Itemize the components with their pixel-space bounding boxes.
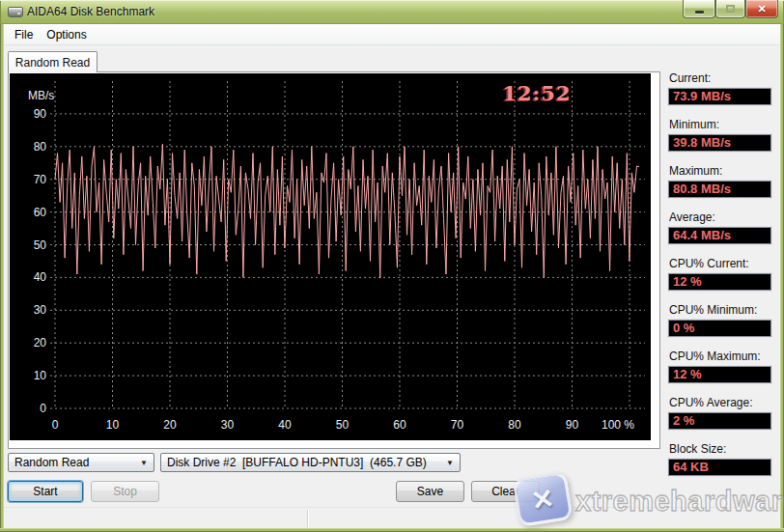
svg-text:30: 30: [221, 418, 235, 432]
benchmark-type-value: Random Read: [14, 456, 89, 469]
minimize-icon: [695, 11, 704, 14]
stat-label: Minimum:: [669, 118, 778, 131]
stat-label: CPU% Current:: [669, 257, 778, 270]
stat-value: 73.9 MB/s: [668, 88, 771, 105]
window-frame-right: [780, 24, 784, 528]
close-icon: ✕: [757, 1, 766, 17]
menu-options[interactable]: Options: [40, 25, 93, 44]
svg-text:80: 80: [34, 140, 47, 154]
stat-label: Block Size:: [669, 442, 778, 456]
elapsed-time-label: 12:52: [496, 81, 577, 105]
svg-text:40: 40: [34, 270, 47, 284]
chart-canvas: 0102030405060708090100 %9080706050403020…: [10, 73, 651, 440]
stat-label: CPU% Maximum:: [669, 350, 778, 363]
svg-text:20: 20: [163, 418, 177, 432]
benchmark-type-select[interactable]: Random Read ▼: [8, 453, 154, 472]
stat-maximum: Maximum: 80.8 MB/s: [662, 164, 778, 198]
svg-text:20: 20: [34, 336, 47, 350]
stat-value: 12 %: [668, 273, 771, 291]
stat-label: CPU% Minimum:: [669, 303, 778, 317]
svg-text:10: 10: [34, 369, 47, 382]
svg-text:0: 0: [40, 402, 46, 415]
minimize-button[interactable]: [683, 0, 715, 18]
chevron-down-icon: ▼: [446, 459, 454, 467]
stat-current: Current: 73.9 MB/s: [662, 71, 778, 105]
svg-text:50: 50: [34, 238, 47, 252]
status-bar-separator: [307, 510, 308, 527]
svg-text:100 %: 100 %: [602, 418, 634, 432]
window-title: AIDA64 Disk Benchmark: [27, 5, 154, 18]
stat-cpu-maximum: CPU% Maximum: 12 %: [662, 350, 778, 383]
stat-value: 2 %: [668, 412, 771, 430]
menu-bar: File Options: [4, 24, 780, 45]
svg-text:50: 50: [336, 418, 350, 432]
stat-value: 64 KB: [668, 459, 771, 476]
close-button[interactable]: ✕: [745, 0, 778, 18]
maximize-button[interactable]: [715, 0, 745, 18]
menu-file[interactable]: File: [8, 25, 40, 44]
svg-text:90: 90: [566, 418, 579, 432]
stat-cpu-minimum: CPU% Minimum: 0 %: [662, 303, 778, 337]
svg-text:60: 60: [393, 418, 406, 432]
clear-button[interactable]: Clear: [471, 481, 540, 502]
stat-value: 39.8 MB/s: [668, 134, 771, 152]
svg-text:70: 70: [451, 418, 464, 432]
svg-text:90: 90: [34, 107, 47, 121]
stat-label: Average:: [669, 210, 778, 224]
aida64-disk-benchmark-window: { "window": { "title": "AIDA64 Disk Benc…: [0, 0, 784, 532]
stat-cpu-average: CPU% Average: 2 %: [662, 396, 778, 430]
title-bar[interactable]: AIDA64 Disk Benchmark: [0, 0, 784, 24]
start-button[interactable]: Start: [8, 481, 83, 502]
svg-text:MB/s: MB/s: [28, 89, 54, 102]
svg-text:80: 80: [508, 418, 521, 432]
svg-text:0: 0: [52, 418, 59, 432]
stats-panel: Current: 73.9 MB/s Minimum: 39.8 MB/s Ma…: [662, 71, 778, 489]
stat-cpu-current: CPU% Current: 12 %: [662, 257, 778, 291]
svg-text:30: 30: [34, 303, 47, 317]
maximize-icon: [726, 5, 735, 13]
stat-label: CPU% Average:: [669, 396, 778, 409]
stat-value: 0 %: [668, 320, 771, 337]
svg-text:70: 70: [34, 173, 47, 186]
stat-label: Maximum:: [669, 164, 778, 178]
stat-value: 12 %: [668, 366, 771, 383]
drive-select-value: Disk Drive #2 [BUFFALO HD-PNTU3] (465.7 …: [167, 456, 427, 469]
stat-label: Current:: [669, 71, 778, 85]
chevron-down-icon: ▼: [140, 459, 148, 467]
tab-random-read[interactable]: Random Read: [8, 51, 98, 72]
benchmark-chart: 0102030405060708090100 %9080706050403020…: [10, 73, 651, 440]
stop-button[interactable]: Stop: [91, 481, 159, 502]
svg-text:60: 60: [34, 206, 47, 219]
tab-label: Random Read: [15, 56, 90, 70]
stat-value: 80.8 MB/s: [668, 181, 771, 198]
stat-minimum: Minimum: 39.8 MB/s: [662, 118, 778, 152]
stat-block-size: Block Size: 64 KB: [662, 442, 778, 476]
window-frame-bottom: [0, 528, 784, 532]
drive-select[interactable]: Disk Drive #2 [BUFFALO HD-PNTU3] (465.7 …: [160, 453, 461, 472]
stat-value: 64.4 MB/s: [668, 227, 771, 244]
save-button[interactable]: Save: [396, 481, 464, 502]
stat-average: Average: 64.4 MB/s: [662, 210, 778, 244]
disk-drive-icon: [8, 7, 23, 17]
status-bar: [4, 507, 780, 528]
svg-text:10: 10: [106, 418, 120, 432]
svg-text:40: 40: [278, 418, 292, 432]
